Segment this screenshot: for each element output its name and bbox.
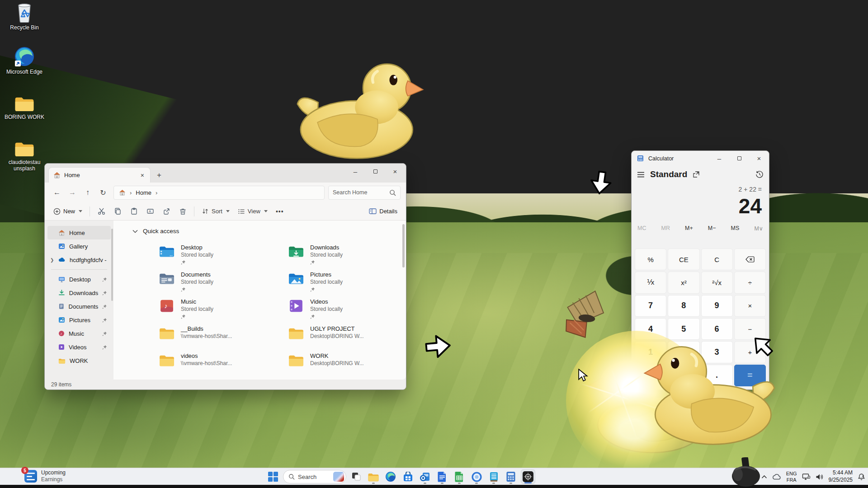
sidebar-item-home[interactable]: Home bbox=[47, 226, 111, 239]
sidebar-item-work[interactable]: WORK bbox=[47, 354, 111, 367]
tile-pictures[interactable]: PicturesStored locally bbox=[288, 271, 406, 298]
tile-documents[interactable]: DocumentsStored locally bbox=[159, 271, 288, 298]
share-button[interactable] bbox=[158, 204, 175, 219]
memory-add-button[interactable]: M+ bbox=[685, 225, 693, 232]
memory-store-button[interactable]: MS bbox=[731, 225, 740, 232]
spreadsheet-taskbar-icon[interactable] bbox=[452, 469, 467, 484]
store-taskbar-icon[interactable] bbox=[401, 469, 415, 484]
memory-flyout-button[interactable]: M∨ bbox=[754, 225, 763, 232]
explorer-tab-home[interactable]: Home × bbox=[48, 167, 151, 183]
up-button[interactable]: ↑ bbox=[81, 186, 94, 199]
tile-downloads[interactable]: DownloadsStored locally bbox=[288, 244, 406, 271]
memory-subtract-button[interactable]: M− bbox=[708, 225, 716, 232]
breadcrumb[interactable]: › Home › bbox=[113, 186, 325, 200]
outlook-taskbar-icon[interactable] bbox=[418, 469, 432, 484]
edge-taskbar-icon[interactable] bbox=[383, 469, 398, 484]
digit-7-key[interactable]: 7 bbox=[635, 295, 666, 317]
new-tab-button[interactable]: + bbox=[157, 171, 161, 180]
file-explorer-taskbar-icon[interactable] bbox=[366, 469, 381, 484]
start-button[interactable] bbox=[266, 469, 280, 484]
copy-button[interactable] bbox=[109, 204, 126, 219]
mode-label[interactable]: Standard bbox=[650, 169, 687, 179]
desktop-icon-edge[interactable]: Microsoft Edge bbox=[2, 45, 47, 75]
tile-ugly-project[interactable]: UGLY PROJECTDesktop\BORING W... bbox=[288, 325, 406, 352]
sidebar-item-pictures[interactable]: Pictures bbox=[47, 313, 111, 327]
tile-name: Music bbox=[181, 298, 213, 306]
sidebar-item-videos[interactable]: Videos bbox=[47, 340, 111, 354]
sort-button[interactable]: Sort bbox=[198, 204, 234, 219]
breadcrumb-home[interactable]: Home bbox=[136, 189, 151, 196]
tile-work[interactable]: WORKDesktop\BORING W... bbox=[288, 352, 406, 380]
desktop-icon-boring-work[interactable]: BORING WORK bbox=[2, 90, 47, 120]
reciprocal-key[interactable]: ⅟x bbox=[635, 272, 666, 293]
onedrive-tray-icon[interactable] bbox=[772, 474, 781, 480]
memory-recall-button[interactable]: MR bbox=[661, 225, 670, 232]
view-button[interactable]: View bbox=[234, 204, 272, 219]
tab-close-icon[interactable]: × bbox=[139, 172, 146, 179]
keep-on-top-icon[interactable] bbox=[693, 171, 700, 178]
sidebar-item-desktop[interactable]: Desktop bbox=[47, 272, 111, 286]
expand-chevron-icon[interactable]: ❯ bbox=[50, 258, 54, 263]
language-switcher[interactable]: ENG FRA bbox=[786, 470, 797, 483]
calculator-taskbar-icon[interactable] bbox=[504, 469, 518, 484]
notes-taskbar-icon[interactable] bbox=[486, 469, 501, 484]
maximize-button[interactable] bbox=[729, 151, 749, 165]
delete-button[interactable] bbox=[175, 204, 191, 219]
clear-key[interactable]: C bbox=[701, 249, 733, 270]
forward-button[interactable]: → bbox=[66, 186, 79, 199]
hamburger-menu-icon[interactable] bbox=[637, 172, 645, 178]
new-button[interactable]: New bbox=[49, 204, 86, 219]
pin-icon bbox=[102, 318, 107, 323]
digit-9-key[interactable]: 9 bbox=[701, 295, 733, 317]
tile-music[interactable]: ♪ MusicStored locally bbox=[159, 298, 288, 325]
task-view-button[interactable] bbox=[349, 469, 363, 484]
back-button[interactable]: ← bbox=[50, 186, 64, 199]
history-icon[interactable] bbox=[755, 170, 764, 178]
desktop-icon-claudiotestau[interactable]: claudiotestau unsplash bbox=[2, 136, 47, 172]
volume-icon[interactable] bbox=[816, 474, 824, 480]
divide-key[interactable]: ÷ bbox=[734, 272, 766, 293]
sidebar-scrollbar[interactable] bbox=[111, 229, 113, 301]
notifications-bell-icon[interactable] bbox=[858, 473, 865, 481]
clock[interactable]: 5:44 AM 9/25/2025 bbox=[829, 469, 853, 483]
minimize-button[interactable]: – bbox=[709, 151, 729, 165]
percent-key[interactable]: % bbox=[635, 249, 666, 270]
backspace-key[interactable] bbox=[734, 249, 766, 270]
clear-entry-key[interactable]: CE bbox=[668, 249, 699, 270]
sidebar-item-documents[interactable]: Documents bbox=[47, 300, 111, 313]
sidebar-item-downloads[interactable]: Downloads bbox=[47, 286, 111, 300]
details-button[interactable]: Details bbox=[365, 204, 401, 219]
sidebar-item-gallery[interactable]: Gallery bbox=[47, 239, 111, 253]
search-input[interactable]: Search Home bbox=[328, 186, 401, 200]
paste-button[interactable] bbox=[126, 204, 142, 219]
taskbar-search[interactable]: Search bbox=[283, 470, 346, 483]
sidebar-item-onedrive[interactable]: ❯ hcdfghgfdcfv - bbox=[47, 253, 111, 267]
duck-app-taskbar-icon[interactable] bbox=[521, 469, 535, 484]
tile-desktop[interactable]: DesktopStored locally bbox=[159, 244, 288, 271]
browser-circle-taskbar-icon[interactable] bbox=[469, 469, 484, 484]
tile-videos-share[interactable]: videos\\vmware-host\Shar... bbox=[159, 352, 288, 380]
writer-doc-taskbar-icon[interactable] bbox=[435, 469, 449, 484]
refresh-button[interactable]: ↻ bbox=[96, 186, 110, 199]
tile-videos[interactable]: VideosStored locally bbox=[288, 298, 406, 325]
quick-access-header[interactable]: Quick access bbox=[132, 228, 179, 235]
tile-builds[interactable]: __Builds\\vmware-host\Shar... bbox=[159, 325, 288, 352]
sidebar-item-music[interactable]: ♪ Music bbox=[47, 327, 111, 340]
maximize-button[interactable] bbox=[365, 164, 385, 178]
square-key[interactable]: x² bbox=[668, 272, 699, 293]
rename-button[interactable]: A bbox=[142, 204, 158, 219]
svg-text:♪: ♪ bbox=[60, 332, 62, 336]
close-button[interactable]: × bbox=[385, 164, 405, 178]
content-scrollbar[interactable] bbox=[402, 224, 405, 267]
cut-button[interactable] bbox=[93, 204, 109, 219]
widgets-button[interactable]: 5 Upcoming Earnings bbox=[24, 469, 66, 483]
minimize-button[interactable]: – bbox=[345, 164, 365, 178]
memory-clear-button[interactable]: MC bbox=[637, 225, 646, 232]
network-icon[interactable] bbox=[802, 473, 811, 481]
multiply-key[interactable]: × bbox=[734, 295, 766, 317]
digit-8-key[interactable]: 8 bbox=[668, 295, 699, 317]
more-options-button[interactable]: ••• bbox=[272, 204, 288, 219]
desktop-icon-recycle-bin[interactable]: Recycle Bin bbox=[2, 1, 47, 31]
sqrt-key[interactable]: ²√x bbox=[701, 272, 733, 293]
close-button[interactable]: × bbox=[749, 151, 769, 165]
